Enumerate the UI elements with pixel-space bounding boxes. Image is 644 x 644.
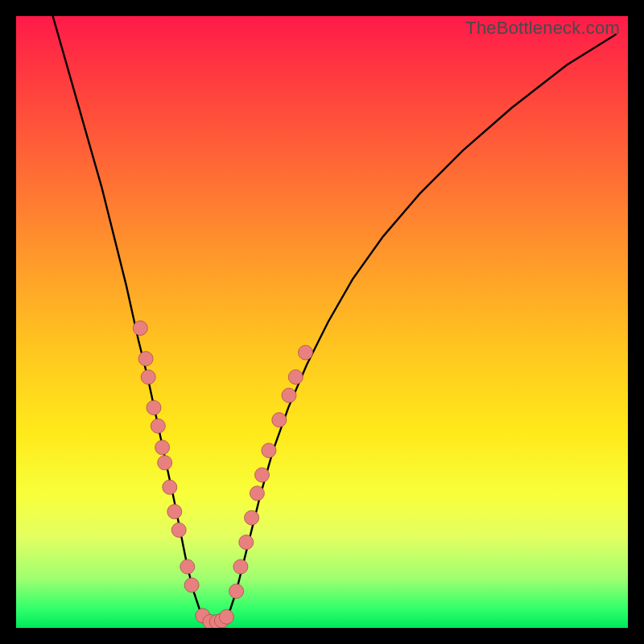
data-marker (250, 486, 264, 501)
chart-frame: TheBottleneck.com (16, 16, 628, 628)
data-marker (272, 413, 287, 427)
data-marker (184, 578, 199, 592)
data-marker (229, 584, 244, 598)
markers-group (133, 321, 312, 628)
data-marker (155, 440, 170, 455)
data-marker (151, 419, 165, 433)
data-marker (245, 510, 259, 525)
data-marker (219, 609, 233, 624)
data-marker (158, 456, 172, 470)
chart-svg (16, 16, 628, 628)
data-marker (180, 559, 195, 574)
data-marker (163, 480, 177, 494)
data-marker (262, 444, 276, 458)
data-marker (138, 352, 153, 366)
bottleneck-curve (53, 16, 616, 621)
data-marker (299, 345, 313, 360)
data-marker (239, 535, 254, 550)
data-marker (171, 522, 186, 537)
data-marker (288, 369, 303, 384)
data-marker (282, 388, 296, 402)
data-marker (167, 505, 182, 519)
data-marker (141, 369, 155, 384)
data-marker (133, 321, 147, 336)
data-marker (233, 559, 248, 574)
data-marker (147, 400, 161, 415)
data-marker (255, 468, 270, 482)
watermark-text: TheBottleneck.com (465, 18, 620, 39)
